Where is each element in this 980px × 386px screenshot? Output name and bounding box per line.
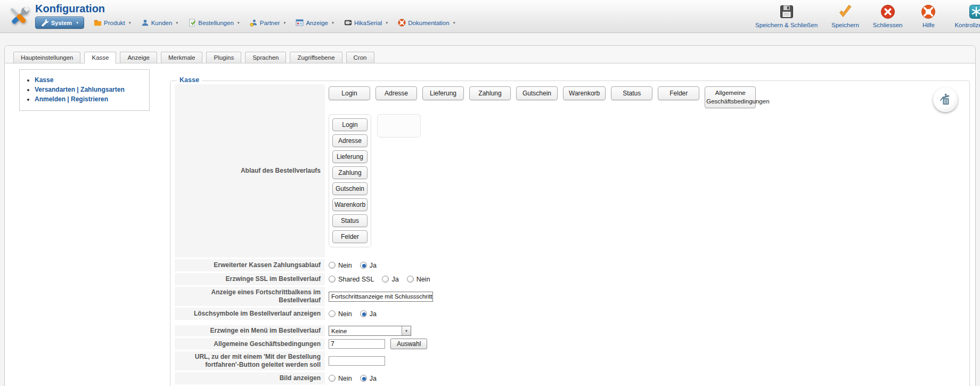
toolbar-button-label: Speichern & Schließen (755, 22, 818, 28)
header: Konfiguration System ▼ Produkt▼Kunden▼Be… (0, 0, 980, 33)
menu-item-label: Bestellungen (198, 20, 234, 26)
workflow-palette: LoginAdresseLieferungZahlungGutscheinWar… (329, 86, 965, 108)
speichern-schlie-en-button[interactable]: Speichern & Schließen (748, 4, 824, 28)
palette-button-zahlung[interactable]: Zahlung (469, 86, 511, 100)
radio-icon[interactable] (360, 310, 367, 317)
radio-option-nein[interactable]: Nein (329, 262, 352, 269)
menu-system-button[interactable]: System ▼ (35, 17, 84, 29)
step-button-status[interactable]: Status (332, 214, 368, 227)
step-button-warenkorb[interactable]: Warenkorb (332, 198, 368, 211)
tab-kasse[interactable]: Kasse (84, 52, 116, 63)
menu-item-bestellungen[interactable]: Bestellungen▼ (188, 19, 240, 27)
product-icon (94, 19, 102, 27)
form-row: Erzwinge SSL im BestellverlaufShared SSL… (175, 273, 965, 285)
schliessen-button[interactable]: Schliessen (866, 4, 910, 28)
radio-option-shared-ssl[interactable]: Shared SSL (329, 276, 374, 283)
palette-button-felder[interactable]: Felder (658, 86, 699, 100)
chevron-down-icon: ▼ (453, 21, 456, 25)
form-row: Erzwinge ein Menü im BestellverlaufKeine… (175, 325, 965, 336)
radio-option-ja[interactable]: Ja (360, 310, 377, 318)
tab-cron[interactable]: Cron (346, 52, 374, 63)
chevron-down-icon: ▼ (432, 292, 433, 301)
palette-button-status[interactable]: Status (611, 86, 652, 100)
radio-option-label: Ja (370, 375, 377, 382)
menu-item-produkt[interactable]: Produkt▼ (94, 19, 132, 27)
radio-option-ja[interactable]: Ja (382, 276, 398, 283)
palette-button-lieferung[interactable]: Lieferung (422, 86, 464, 100)
menu-item-kunden[interactable]: Kunden▼ (141, 19, 179, 27)
toolbar: Speichern & SchließenSpeichernSchliessen… (748, 4, 980, 28)
tab-plugins[interactable]: Plugins (206, 52, 241, 63)
sidebar-link-kasse[interactable]: Kasse (35, 76, 53, 84)
menu-system-label: System (51, 20, 72, 26)
tab-merkmale[interactable]: Merkmale (161, 52, 202, 63)
palette-button-adresse[interactable]: Adresse (375, 86, 417, 100)
chevron-down-icon: ▼ (283, 21, 286, 25)
form-row-label: Allgemeine Geschäftsbedingungen (175, 338, 325, 350)
sidebar-link-versandarten-zahlungsarten[interactable]: Versandarten | Zahlungsarten (35, 86, 125, 93)
radio-icon[interactable] (329, 276, 336, 283)
palette-button-warenkorb[interactable]: Warenkorb (563, 86, 606, 100)
chevron-down-icon: ▼ (237, 21, 240, 25)
radio-option-ja[interactable]: Ja (360, 262, 377, 269)
radio-icon[interactable] (407, 276, 414, 283)
content-area: KasseVersandarten | ZahlungsartenAnmelde… (5, 63, 975, 386)
menubar: System ▼ Produkt▼Kunden▼Bestellungen▼Par… (35, 17, 456, 29)
list-item: Kasse (35, 76, 145, 84)
form-row-value (325, 351, 965, 371)
select-anzeige-eines-fortschrittbalkens-im-bestellverlauf[interactable]: Fortschrittsanzeige mit Schlussschritt▼ (329, 292, 433, 302)
step-button-lieferung[interactable]: Lieferung (332, 150, 368, 163)
radio-icon[interactable] (360, 375, 367, 382)
select-erzwinge-ein-men-im-bestellverlauf[interactable]: Keine▼ (329, 326, 411, 336)
text-input-allgemeine-gesch-ftsbedingunge[interactable] (329, 339, 385, 349)
tab-anzeige[interactable]: Anzeige (120, 52, 157, 63)
radio-icon[interactable] (329, 375, 336, 382)
select-value: Fortschrittsanzeige mit Schlussschritt (331, 293, 432, 300)
step-button-gutschein[interactable]: Gutschein (332, 182, 368, 195)
palette-button-login[interactable]: Login (329, 86, 370, 100)
step-button-login[interactable]: Login (332, 118, 368, 131)
radio-icon[interactable] (329, 262, 336, 269)
tab-sprachen[interactable]: Sprachen (245, 52, 286, 63)
step-button-felder[interactable]: Felder (332, 230, 368, 243)
radio-option-nein[interactable]: Nein (329, 310, 352, 318)
auswahl-button[interactable]: Auswahl (390, 339, 427, 349)
tab-haupteinstellungen[interactable]: Haupteinstellungen (13, 52, 80, 63)
text-input-url-zu-der-mit-einem-mit-der-b[interactable] (329, 356, 385, 366)
tab-bar: HaupteinstellungenKasseAnzeigeMerkmalePl… (5, 46, 975, 63)
step-button-zahlung[interactable]: Zahlung (332, 166, 368, 179)
kontrollzentrum-button[interactable]: Kontrollzentrum (948, 4, 980, 28)
palette-button-gutschein[interactable]: Gutschein (516, 86, 558, 100)
delete-step-button[interactable] (933, 87, 958, 112)
sidebar-quick-links: KasseVersandarten | ZahlungsartenAnmelde… (19, 69, 150, 111)
chevron-down-icon: ▼ (175, 21, 178, 25)
workflow-row: Ablauf des Bestellverlaufs LoginAdresseL… (175, 84, 965, 258)
toolbar-button-label: Kontrollzentrum (954, 22, 980, 28)
config-panel: HaupteinstellungenKasseAnzeigeMerkmalePl… (4, 45, 976, 386)
radio-icon[interactable] (382, 276, 389, 283)
form-row-value: NeinJa (325, 259, 965, 271)
display-icon (296, 19, 304, 27)
list-item: Anmelden | Registrieren (35, 95, 145, 103)
step-button-adresse[interactable]: Adresse (332, 134, 368, 147)
control-panel-icon (969, 4, 980, 19)
radio-icon[interactable] (329, 310, 336, 317)
radio-option-ja[interactable]: Ja (360, 375, 377, 382)
radio-option-nein[interactable]: Nein (407, 276, 430, 283)
sidebar-link-anmelden-registrieren[interactable]: Anmelden | Registrieren (35, 95, 108, 103)
radio-option-nein[interactable]: Nein (329, 375, 352, 382)
speichern-button[interactable]: Speichern (824, 4, 866, 28)
menu-item-hikaserial[interactable]: HikaSerial▼ (344, 19, 388, 27)
menu-item-anzeige[interactable]: Anzeige▼ (296, 19, 334, 27)
radio-icon[interactable] (360, 262, 367, 269)
menu-item-partner[interactable]: Partner▼ (250, 19, 287, 27)
palette-button-allgemeine-gesch-ftsbedingungen[interactable]: Allgemeine Geschäftsbedingungen (705, 86, 756, 108)
radio-option-label: Nein (338, 262, 352, 269)
hilfe-button[interactable]: Hilfe (909, 4, 948, 28)
form-row-value: Shared SSLJaNein (325, 273, 965, 285)
workflow-dropzone[interactable] (377, 114, 421, 138)
menu-item-dokumentation[interactable]: Dokumentation▼ (398, 19, 455, 27)
tab-zugriffsebene[interactable]: Zugriffsebene (290, 52, 342, 63)
wrench-icon (40, 19, 48, 27)
menu-item-label: HikaSerial (354, 20, 382, 26)
